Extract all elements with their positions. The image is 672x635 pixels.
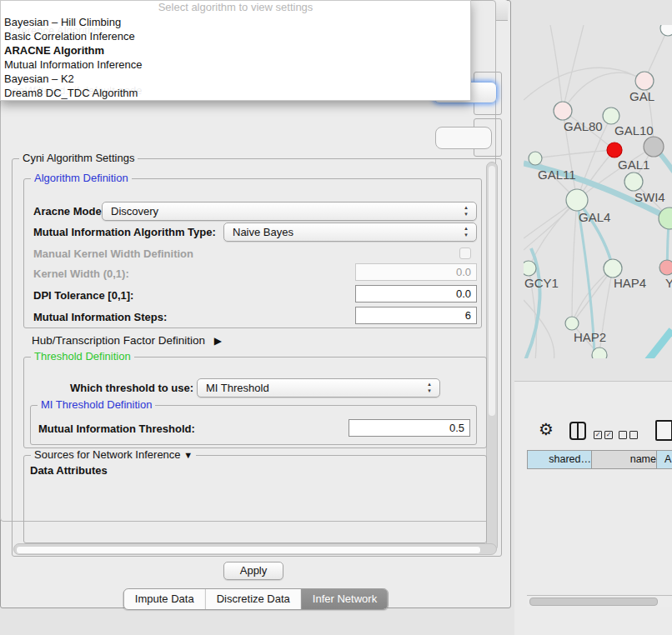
settings-vscroll-thumb[interactable] bbox=[489, 166, 495, 416]
which-threshold-label: Which threshold to use: bbox=[70, 382, 193, 394]
which-threshold-combo[interactable]: MI Threshold ▴▾ bbox=[197, 378, 440, 398]
algorithm-dropdown-prompt: Select algorithm to view settings bbox=[1, 1, 470, 13]
network-node-label: SWI4 bbox=[634, 190, 665, 204]
mi-threshold-group-title: MI Threshold Definition bbox=[38, 398, 155, 411]
mi-threshold-label: Mutual Information Threshold: bbox=[38, 422, 195, 435]
hub-definition-expander[interactable]: Hub/Transcription Factor Definition ▶ bbox=[32, 334, 222, 347]
network-canvas[interactable]: GALGAL80GAL10GAL1SWI4GAL11GAL4GCY1HAP4YH… bbox=[524, 25, 672, 358]
network-node[interactable] bbox=[644, 137, 664, 157]
screen: GALGAL80GAL10GAL1SWI4GAL11GAL4GCY1HAP4YH… bbox=[0, 0, 672, 635]
mi-steps-label: Mutual Information Steps: bbox=[33, 311, 167, 323]
settings-horizontal-scrollbar[interactable] bbox=[13, 543, 497, 555]
mi-type-value: Naive Bayes bbox=[233, 226, 293, 238]
combo-arrows-icon: ▴▾ bbox=[462, 204, 470, 218]
menu-item-bayesian-k2[interactable]: Bayesian – K2 bbox=[4, 72, 74, 86]
manual-kernel-label: Manual Kernel Width Definition bbox=[33, 248, 193, 260]
network-node-label: GAL10 bbox=[614, 123, 654, 138]
network-node-label: HAP4 bbox=[614, 276, 646, 290]
network-node[interactable] bbox=[607, 142, 622, 158]
network-node[interactable] bbox=[659, 260, 672, 275]
table-horizontal-scrollbar[interactable] bbox=[527, 595, 672, 607]
network-edge bbox=[550, 25, 563, 111]
network-node-label: GCY1 bbox=[524, 276, 559, 290]
network-node-label: GAL bbox=[629, 89, 654, 103]
show-checked-columns-icon[interactable]: ✓✓ bbox=[594, 427, 613, 442]
gear-icon[interactable]: ⚙ bbox=[539, 419, 554, 439]
network-node[interactable] bbox=[529, 152, 542, 165]
aracne-mode-label: Aracne Mode: bbox=[33, 205, 105, 218]
table-header-partial[interactable]: A bbox=[656, 450, 672, 469]
network-node[interactable] bbox=[635, 72, 654, 90]
data-table-combo-fragment[interactable] bbox=[435, 127, 492, 149]
network-node[interactable] bbox=[592, 348, 607, 358]
sources-group-title[interactable]: Sources for Network Inference ▼ bbox=[31, 448, 196, 461]
which-threshold-value: MI Threshold bbox=[206, 382, 269, 394]
table-header-name[interactable]: name bbox=[591, 450, 664, 469]
kernel-width-label: Kernel Width (0,1): bbox=[33, 268, 129, 280]
cyni-algorithm-settings-title: Cyni Algorithm Settings bbox=[19, 152, 138, 164]
menu-item-mutual-information[interactable]: Mutual Information Inference bbox=[4, 58, 142, 72]
table-header-shared-name[interactable]: shared… bbox=[527, 450, 597, 469]
network-node[interactable] bbox=[566, 189, 588, 211]
mi-steps-field[interactable]: 6 bbox=[355, 307, 477, 324]
algorithm-definition-title: Algorithm Definition bbox=[31, 172, 132, 184]
network-node-label: GAL80 bbox=[564, 119, 603, 133]
apply-button[interactable]: Apply bbox=[223, 562, 283, 580]
menu-item-dream8[interactable]: Dream8 DC_TDC Algorithm bbox=[4, 86, 138, 100]
bottom-tabbar: Impute Data Discretize Data Infer Networ… bbox=[123, 588, 389, 610]
combo-arrows-icon: ▴▾ bbox=[462, 225, 470, 238]
network-edge bbox=[647, 330, 672, 358]
aracne-mode-value: Discovery bbox=[111, 205, 158, 218]
dpi-tolerance-label: DPI Tolerance [0,1]: bbox=[33, 289, 133, 302]
dpi-tolerance-field[interactable]: 0.0 bbox=[355, 285, 477, 302]
tab-infer-network[interactable]: Infer Network bbox=[301, 589, 388, 609]
network-node-label: HAP2 bbox=[574, 330, 606, 344]
expand-right-icon: ▶ bbox=[214, 335, 222, 347]
network-node[interactable] bbox=[554, 102, 572, 120]
hub-definition-label: Hub/Transcription Factor Definition bbox=[32, 334, 205, 347]
menu-item-bayesian-hill-climbing[interactable]: Bayesian – Hill Climbing bbox=[4, 15, 121, 29]
network-edge bbox=[563, 25, 584, 111]
menu-item-aracne[interactable]: ARACNE Algorithm bbox=[4, 43, 104, 58]
network-edge bbox=[524, 68, 644, 100]
tab-discretize-data[interactable]: Discretize Data bbox=[205, 589, 301, 609]
data-attributes-label: Data Attributes bbox=[30, 464, 108, 477]
combo-arrows-icon: ▴▾ bbox=[425, 381, 434, 394]
mi-type-label: Mutual Information Algorithm Type: bbox=[33, 226, 216, 238]
network-node[interactable] bbox=[603, 108, 619, 124]
hide-columns-icon[interactable] bbox=[619, 427, 638, 442]
network-node-label: Y bbox=[665, 276, 672, 290]
menu-item-basic-correlation[interactable]: Basic Correlation Inference bbox=[4, 29, 135, 43]
mi-threshold-field[interactable]: 0.5 bbox=[349, 419, 470, 437]
network-node[interactable] bbox=[565, 317, 579, 330]
network-node[interactable] bbox=[524, 261, 536, 276]
network-node-label: GAL11 bbox=[538, 168, 576, 182]
algorithm-dropdown[interactable]: Select algorithm to view settings Infere… bbox=[0, 0, 471, 101]
settings-vertical-scrollbar[interactable] bbox=[486, 162, 498, 552]
kernel-width-field[interactable]: 0.0 bbox=[355, 263, 477, 281]
collapse-down-icon: ▼ bbox=[183, 450, 193, 460]
mi-type-combo[interactable]: Naive Bayes ▴▾ bbox=[223, 222, 477, 242]
tab-impute-data[interactable]: Impute Data bbox=[124, 589, 205, 609]
threshold-definition-title: Threshold Definition bbox=[31, 350, 134, 362]
network-node[interactable] bbox=[624, 172, 643, 191]
split-columns-divider bbox=[577, 423, 579, 438]
network-node[interactable] bbox=[660, 25, 672, 36]
settings-hscroll-thumb[interactable] bbox=[16, 546, 481, 554]
manual-kernel-checkbox[interactable] bbox=[459, 248, 471, 259]
document-icon[interactable] bbox=[655, 420, 672, 441]
network-edge bbox=[572, 200, 577, 323]
split-columns-icon[interactable] bbox=[569, 422, 586, 440]
network-node[interactable] bbox=[604, 259, 622, 278]
table-hscroll-thumb[interactable] bbox=[529, 598, 658, 606]
network-node-label: GAL1 bbox=[618, 158, 649, 172]
network-edge bbox=[535, 150, 614, 158]
network-node-label: GAL4 bbox=[579, 210, 610, 224]
aracne-mode-combo[interactable]: Discovery ▴▾ bbox=[102, 202, 477, 221]
